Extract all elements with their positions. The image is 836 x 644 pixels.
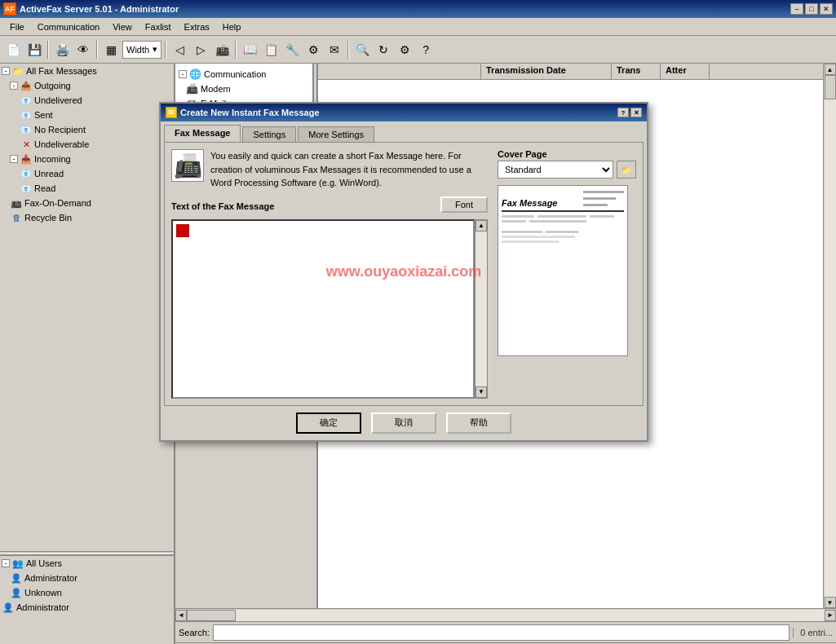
preview-row-1	[502, 215, 624, 218]
text-scroll-track[interactable]	[476, 232, 487, 386]
preview-row-4	[502, 236, 624, 238]
preview-header-lines	[583, 189, 624, 208]
info-text: You easily and quick can create a short …	[210, 149, 488, 190]
dialog-buttons: 确定 取消 帮助	[161, 409, 647, 440]
ok-button[interactable]: 确定	[296, 412, 361, 434]
help-button[interactable]: 帮助	[446, 412, 511, 434]
info-fax-icon: 📠	[174, 152, 202, 179]
dialog-help-button[interactable]: ?	[617, 108, 629, 117]
dialog-icon: ✉	[166, 107, 177, 118]
fax-text-area[interactable]	[171, 219, 475, 399]
cover-section: Cover Page Standard None Custom 📁	[498, 149, 636, 179]
fax-text-inner	[173, 221, 473, 397]
cover-browse-button[interactable]: 📁	[617, 161, 636, 179]
tab-settings[interactable]: Settings	[242, 126, 296, 142]
text-scroll-down[interactable]: ▼	[476, 386, 487, 398]
tab-fax-message[interactable]: Fax Message	[164, 125, 241, 142]
cover-page-label: Cover Page	[498, 149, 636, 159]
dialog-controls: ? ✕	[617, 108, 642, 117]
font-row: Text of the Fax Message Font	[171, 196, 488, 216]
preview-header-row: Fax Message	[502, 189, 624, 212]
preview-row-2	[502, 220, 624, 223]
preview-fax-title: Fax Message	[502, 198, 557, 208]
text-label: Text of the Fax Message	[171, 201, 274, 211]
dialog-title-text: Create New Instant Fax Message	[180, 108, 320, 117]
info-icon-box: 📠	[171, 149, 204, 182]
dialog-right-section: Cover Page Standard None Custom 📁 Fax Me…	[498, 149, 636, 399]
tab-more-settings[interactable]: More Settings	[298, 126, 374, 142]
text-vscrollbar: ▲ ▼	[475, 219, 488, 399]
preview-spacer	[502, 225, 624, 228]
dialog-tabs: Fax Message Settings More Settings	[161, 121, 647, 142]
dialog-body: 📠 You easily and quick can create a shor…	[164, 142, 644, 406]
cover-preview: Fax Message	[498, 185, 628, 356]
text-area-container: ▲ ▼	[171, 219, 488, 399]
dialog-left-section: 📠 You easily and quick can create a shor…	[171, 149, 488, 399]
modal-overlay: ✉ Create New Instant Fax Message ? ✕ Fax…	[0, 0, 836, 644]
font-button[interactable]: Font	[440, 196, 488, 213]
text-scroll-up[interactable]: ▲	[476, 220, 487, 232]
dialog-close-button[interactable]: ✕	[630, 108, 642, 117]
cancel-button[interactable]: 取消	[371, 412, 436, 434]
info-area: 📠 You easily and quick can create a shor…	[171, 149, 488, 190]
dialog-title-bar: ✉ Create New Instant Fax Message ? ✕	[161, 104, 647, 121]
preview-content-lines	[502, 215, 624, 243]
red-corner	[176, 224, 189, 237]
cover-select-row: Standard None Custom 📁	[498, 161, 636, 179]
dialog: ✉ Create New Instant Fax Message ? ✕ Fax…	[159, 102, 648, 442]
preview-row-3	[502, 231, 624, 233]
preview-row-5	[502, 240, 624, 243]
cover-page-select[interactable]: Standard None Custom	[498, 161, 613, 179]
